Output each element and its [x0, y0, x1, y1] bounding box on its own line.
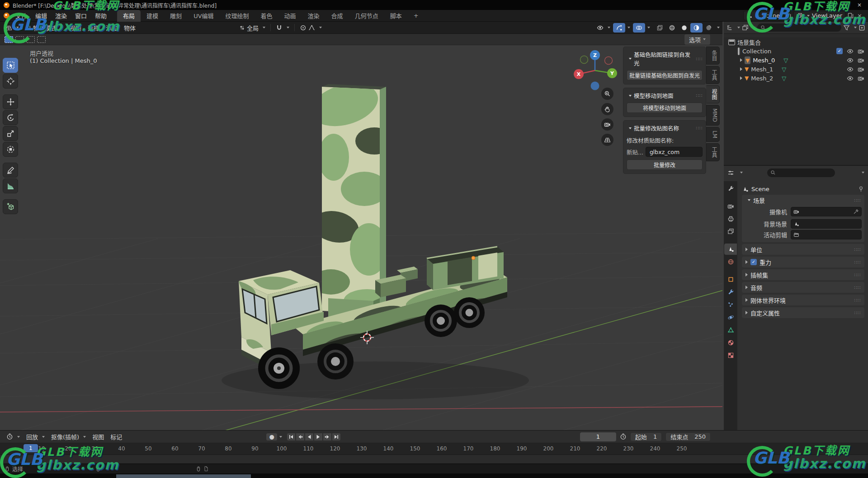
active-clip-field[interactable] — [791, 230, 862, 239]
remove-viewlayer-button[interactable]: × — [856, 12, 863, 19]
maximize-button[interactable]: □ — [842, 2, 847, 8]
outliner-search-input[interactable] — [757, 23, 841, 32]
show-object-types-button[interactable] — [594, 23, 613, 33]
prev-keyframe-button[interactable] — [296, 433, 305, 441]
properties-editor-icon[interactable] — [727, 169, 734, 176]
menu-keying[interactable]: 抠像(插帧) — [48, 431, 89, 442]
measure-tool[interactable] — [3, 178, 18, 193]
tab-data-properties[interactable] — [724, 324, 737, 336]
mode-selector[interactable]: 物体模式 — [23, 22, 66, 33]
transform-tool[interactable] — [3, 142, 18, 157]
tab-shading[interactable]: 着色 — [255, 10, 278, 22]
tab-geometry-nodes[interactable]: 几何节点 — [349, 10, 384, 22]
add-workspace-button[interactable]: + — [408, 10, 425, 22]
tab-viewlayer-properties[interactable] — [724, 226, 737, 237]
xray-toggle[interactable] — [654, 23, 666, 33]
keying-sets-section[interactable]: 插帧集 ∷∷ — [742, 269, 864, 280]
close-button[interactable]: × — [857, 2, 862, 8]
shading-wireframe-button[interactable] — [666, 23, 678, 33]
move-to-ground-button[interactable]: 将模型移动到地面 — [627, 103, 703, 113]
timeline-track[interactable] — [0, 455, 868, 464]
perspective-toggle-button[interactable] — [601, 134, 613, 146]
gravity-checkbox[interactable]: ✓ — [750, 259, 757, 265]
camera-field[interactable] — [791, 207, 862, 216]
frame-start-field[interactable]: 起始 1 — [630, 432, 662, 441]
menu-view[interactable]: 视图 — [67, 22, 84, 33]
add-cube-tool[interactable] — [3, 199, 18, 214]
tab-modifier-properties[interactable] — [724, 286, 737, 298]
scene-collection-row[interactable]: 场景集合 — [724, 37, 868, 47]
select-mode-subtract-icon[interactable] — [26, 36, 35, 43]
menu-view-timeline[interactable]: 视图 — [90, 431, 107, 442]
units-section[interactable]: 单位 ∷∷ — [742, 244, 864, 255]
menu-select[interactable]: 选择 — [85, 22, 102, 33]
menu-playback[interactable]: 回放 — [24, 431, 47, 442]
collection-row[interactable]: Collection ✓ — [724, 47, 868, 56]
link-basecolor-button[interactable]: 批量链接基础色贴图到自发光 — [627, 70, 703, 80]
camera-view-button[interactable] — [601, 118, 613, 131]
chevron-down-icon[interactable] — [279, 436, 282, 438]
snap-toggle[interactable] — [273, 23, 292, 33]
menu-object[interactable]: 物体 — [121, 22, 138, 33]
menu-help[interactable]: 帮助 — [91, 9, 111, 22]
panel-header[interactable]: 批量修改贴图名称 ∷∷ — [627, 123, 703, 135]
tab-view[interactable]: 视图 — [706, 85, 720, 103]
drag-grip-icon[interactable]: ∷∷ — [696, 56, 703, 61]
tab-texture-paint[interactable]: 纹理绘制 — [220, 10, 255, 22]
scene-section-header[interactable]: 场景 ∷∷ — [742, 195, 864, 206]
collection-checkbox[interactable]: ✓ — [836, 48, 843, 54]
audio-section[interactable]: 音频 ∷∷ — [742, 282, 864, 293]
menu-add[interactable]: 添加 — [103, 22, 120, 33]
hide-eye-icon[interactable] — [847, 48, 854, 55]
shading-material-button[interactable] — [690, 23, 703, 33]
tab-output-properties[interactable] — [724, 213, 737, 225]
gravity-section[interactable]: ✓ 重力 ∷∷ — [742, 257, 864, 267]
jump-to-start-button[interactable] — [287, 433, 296, 441]
editor-type-button[interactable] — [3, 23, 22, 33]
cursor-tool[interactable] — [3, 74, 18, 89]
mesh1-row[interactable]: ▼ Mesh_1 ▽ — [724, 65, 868, 74]
pin-icon[interactable] — [858, 186, 864, 192]
properties-search-input[interactable] — [767, 169, 835, 177]
select-mode-intersect-icon[interactable] — [37, 36, 46, 43]
filter-icon[interactable] — [843, 24, 850, 31]
blender-menu-icon[interactable] — [4, 13, 9, 19]
menu-render[interactable]: 渲染 — [51, 9, 71, 22]
minimize-button[interactable]: ― — [827, 2, 832, 8]
play-reverse-button[interactable] — [305, 433, 314, 441]
playhead[interactable]: 1 — [24, 444, 38, 452]
select-box-tool[interactable] — [3, 58, 18, 73]
tab-scene-properties[interactable] — [724, 244, 737, 255]
select-mode-new-icon[interactable] — [5, 36, 13, 43]
transform-orientation-selector[interactable]: 全局 — [236, 22, 268, 33]
tab-animation[interactable]: 动画 — [278, 10, 302, 22]
viewport[interactable]: 用户透视 (1) Collection | Mesh_0 Z — [0, 45, 722, 430]
hide-eye-icon[interactable] — [847, 66, 854, 73]
tab-lm[interactable]: LM — [706, 127, 720, 142]
options-button[interactable]: 选项 — [684, 34, 711, 45]
tab-object-properties[interactable] — [724, 274, 737, 285]
tab-sculpting[interactable]: 雕刻 — [164, 10, 188, 22]
tab-rendering[interactable]: 渲染 — [302, 10, 326, 22]
zoom-view-button[interactable] — [601, 88, 613, 100]
viewport-scene[interactable] — [0, 45, 722, 430]
outliner-editor-icon[interactable] — [726, 24, 733, 31]
tab-particles-properties[interactable] — [724, 299, 737, 310]
new-scene-icon[interactable] — [785, 12, 792, 19]
menu-window[interactable]: 窗口 — [71, 9, 91, 22]
render-camera-icon[interactable] — [858, 57, 864, 64]
tab-modeling[interactable]: 建模 — [141, 10, 164, 22]
drag-grip-icon[interactable]: ∷∷ — [696, 126, 703, 131]
scale-tool[interactable] — [3, 126, 18, 141]
move-tool[interactable] — [3, 94, 18, 109]
timeline-editor-button[interactable] — [4, 432, 23, 441]
navigation-gizmo[interactable]: Z X Y — [571, 48, 620, 91]
tab-tool2[interactable]: 工具 — [706, 143, 720, 161]
tab-mmd[interactable]: MMD — [706, 105, 720, 126]
tab-tool[interactable]: 工具 — [706, 66, 720, 84]
hide-eye-icon[interactable] — [847, 75, 854, 82]
expand-icon[interactable] — [740, 58, 742, 62]
tab-item[interactable]: 条目 — [706, 47, 720, 65]
current-frame-field[interactable]: 1 — [580, 432, 616, 441]
menu-file[interactable]: 文件 — [11, 9, 31, 22]
